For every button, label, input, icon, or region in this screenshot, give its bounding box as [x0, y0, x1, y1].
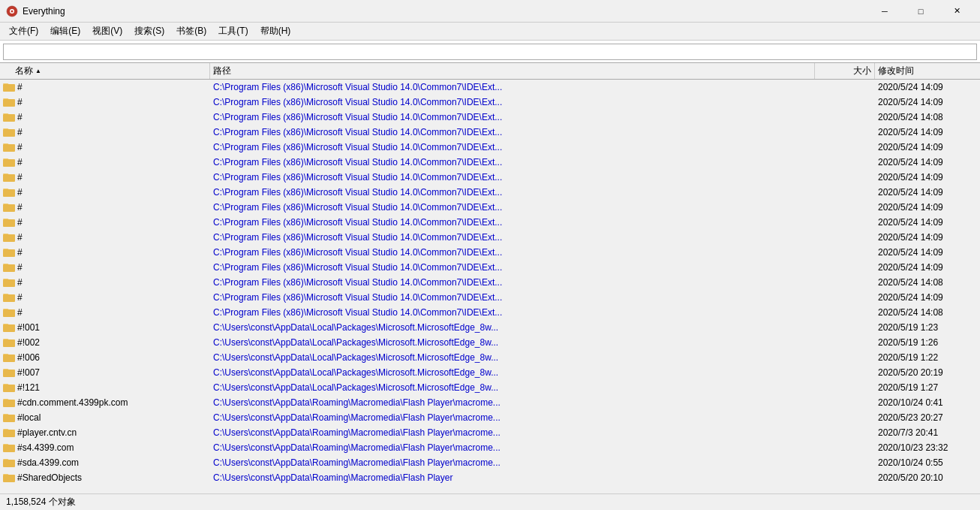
minimize-button[interactable]: ─ — [867, 0, 902, 23]
cell-path: C:\Program Files (x86)\Microsoft Visual … — [210, 172, 815, 183]
svg-rect-13 — [3, 234, 15, 242]
cell-modified: 2020/7/3 20:41 — [875, 427, 980, 438]
table-row[interactable]: #!002C:\Users\const\AppData\Local\Packag… — [0, 335, 980, 350]
folder-icon — [3, 352, 15, 363]
filename-text: # — [17, 292, 23, 303]
table-row[interactable]: #C:\Program Files (x86)\Microsoft Visual… — [0, 125, 980, 140]
cell-path: C:\Program Files (x86)\Microsoft Visual … — [210, 127, 815, 137]
table-row[interactable]: #C:\Program Files (x86)\Microsoft Visual… — [0, 185, 980, 200]
cell-modified: 2020/5/19 1:23 — [875, 322, 980, 333]
table-row[interactable]: #C:\Program Files (x86)\Microsoft Visual… — [0, 110, 980, 125]
search-bar — [0, 41, 980, 63]
column-header-modified[interactable]: 修改时间 — [875, 63, 980, 79]
table-row[interactable]: #s4.4399.comC:\Users\const\AppData\Roami… — [0, 440, 980, 455]
filename-text: # — [17, 262, 23, 273]
search-input[interactable] — [3, 44, 977, 60]
table-row[interactable]: #C:\Program Files (x86)\Microsoft Visual… — [0, 95, 980, 110]
svg-rect-10 — [3, 189, 15, 197]
table-row[interactable]: #!121C:\Users\const\AppData\Local\Packag… — [0, 380, 980, 395]
table-row[interactable]: #player.cntv.cnC:\Users\const\AppData\Ro… — [0, 425, 980, 440]
path-col-label: 路径 — [213, 65, 231, 77]
menu-edit[interactable]: 编辑(E) — [44, 23, 86, 40]
cell-name: #!006 — [0, 352, 210, 363]
table-row[interactable]: #!007C:\Users\const\AppData\Local\Packag… — [0, 365, 980, 380]
cell-path: C:\Program Files (x86)\Microsoft Visual … — [210, 217, 815, 228]
cell-name: # — [0, 172, 210, 183]
folder-icon — [3, 412, 15, 423]
table-header: 名称 ▲ 路径 大小 修改时间 — [0, 63, 980, 80]
table-body: #C:\Program Files (x86)\Microsoft Visual… — [0, 80, 980, 493]
svg-rect-8 — [3, 159, 15, 167]
app-icon — [6, 5, 18, 17]
cell-modified: 2020/5/19 1:26 — [875, 337, 980, 348]
cell-name: # — [0, 82, 210, 92]
table-row[interactable]: #C:\Program Files (x86)\Microsoft Visual… — [0, 155, 980, 170]
close-button[interactable]: ✕ — [939, 0, 974, 23]
table-row[interactable]: #C:\Program Files (x86)\Microsoft Visual… — [0, 260, 980, 275]
table-row[interactable]: #C:\Program Files (x86)\Microsoft Visual… — [0, 230, 980, 245]
cell-path: C:\Users\const\AppData\Local\Packages\Mi… — [210, 352, 815, 363]
table-body-wrapper: #C:\Program Files (x86)\Microsoft Visual… — [0, 80, 980, 493]
table-row[interactable]: #C:\Program Files (x86)\Microsoft Visual… — [0, 200, 980, 215]
cell-name: # — [0, 307, 210, 318]
table-row[interactable]: #cdn.comment.4399pk.comC:\Users\const\Ap… — [0, 395, 980, 410]
filename-text: # — [17, 97, 23, 107]
cell-path: C:\Program Files (x86)\Microsoft Visual … — [210, 157, 815, 167]
table-row[interactable]: #localC:\Users\const\AppData\Roaming\Mac… — [0, 410, 980, 425]
table-row[interactable]: #!006C:\Users\const\AppData\Local\Packag… — [0, 350, 980, 365]
cell-modified: 2020/5/19 1:22 — [875, 352, 980, 363]
cell-name: #!002 — [0, 337, 210, 348]
window-controls: ─ □ ✕ — [867, 0, 974, 23]
menu-bar: 文件(F) 编辑(E) 视图(V) 搜索(S) 书签(B) 工具(T) 帮助(H… — [0, 23, 980, 41]
app-title: Everything — [23, 6, 867, 17]
cell-name: # — [0, 292, 210, 303]
menu-search[interactable]: 搜索(S) — [128, 23, 170, 40]
menu-view[interactable]: 视图(V) — [86, 23, 128, 40]
table-row[interactable]: #SharedObjectsC:\Users\const\AppData\Roa… — [0, 470, 980, 485]
table-row[interactable]: #C:\Program Files (x86)\Microsoft Visual… — [0, 275, 980, 290]
column-header-name[interactable]: 名称 ▲ — [0, 63, 210, 79]
cell-path: C:\Users\const\AppData\Local\Packages\Mi… — [210, 322, 815, 333]
filename-text: # — [17, 127, 23, 137]
cell-modified: 2020/5/23 20:27 — [875, 412, 980, 423]
table-row[interactable]: #C:\Program Files (x86)\Microsoft Visual… — [0, 170, 980, 185]
cell-modified: 2020/5/24 14:09 — [875, 97, 980, 107]
cell-modified: 2020/5/24 14:09 — [875, 187, 980, 198]
table-row[interactable]: #C:\Program Files (x86)\Microsoft Visual… — [0, 245, 980, 260]
filename-text: #cdn.comment.4399pk.com — [17, 397, 128, 408]
cell-path: C:\Users\const\AppData\Roaming\Macromedi… — [210, 412, 815, 423]
cell-path: C:\Users\const\AppData\Local\Packages\Mi… — [210, 337, 815, 348]
cell-name: # — [0, 97, 210, 107]
folder-icon — [3, 442, 15, 453]
menu-file[interactable]: 文件(F) — [3, 23, 44, 40]
cell-modified: 2020/5/24 14:09 — [875, 247, 980, 258]
cell-modified: 2020/5/24 14:09 — [875, 202, 980, 213]
status-text: 1,158,524 个对象 — [6, 496, 76, 508]
cell-name: # — [0, 112, 210, 122]
table-row[interactable]: #C:\Program Files (x86)\Microsoft Visual… — [0, 305, 980, 320]
table-row[interactable]: #sda.4399.comC:\Users\const\AppData\Roam… — [0, 455, 980, 470]
filename-text: #local — [17, 412, 41, 423]
svg-rect-16 — [3, 279, 15, 287]
table-row[interactable]: #!001C:\Users\const\AppData\Local\Packag… — [0, 320, 980, 335]
cell-modified: 2020/5/20 20:10 — [875, 472, 980, 483]
filename-text: # — [17, 187, 23, 198]
maximize-button[interactable]: □ — [903, 0, 938, 23]
cell-name: # — [0, 202, 210, 213]
table-row[interactable]: #C:\Program Files (x86)\Microsoft Visual… — [0, 140, 980, 155]
filename-text: #!001 — [17, 322, 40, 333]
cell-name: #!007 — [0, 367, 210, 378]
svg-rect-14 — [3, 249, 15, 257]
table-row[interactable]: #C:\Program Files (x86)\Microsoft Visual… — [0, 290, 980, 305]
menu-tools[interactable]: 工具(T) — [212, 23, 254, 40]
column-header-size[interactable]: 大小 — [815, 63, 875, 79]
cell-path: C:\Program Files (x86)\Microsoft Visual … — [210, 307, 815, 318]
table-row[interactable]: #C:\Program Files (x86)\Microsoft Visual… — [0, 215, 980, 230]
modified-col-label: 修改时间 — [878, 65, 914, 77]
column-header-path[interactable]: 路径 — [210, 63, 815, 79]
menu-help[interactable]: 帮助(H) — [254, 23, 297, 40]
filename-text: # — [17, 217, 23, 228]
table-row[interactable]: #C:\Program Files (x86)\Microsoft Visual… — [0, 80, 980, 95]
menu-bookmark[interactable]: 书签(B) — [170, 23, 212, 40]
cell-name: # — [0, 217, 210, 228]
